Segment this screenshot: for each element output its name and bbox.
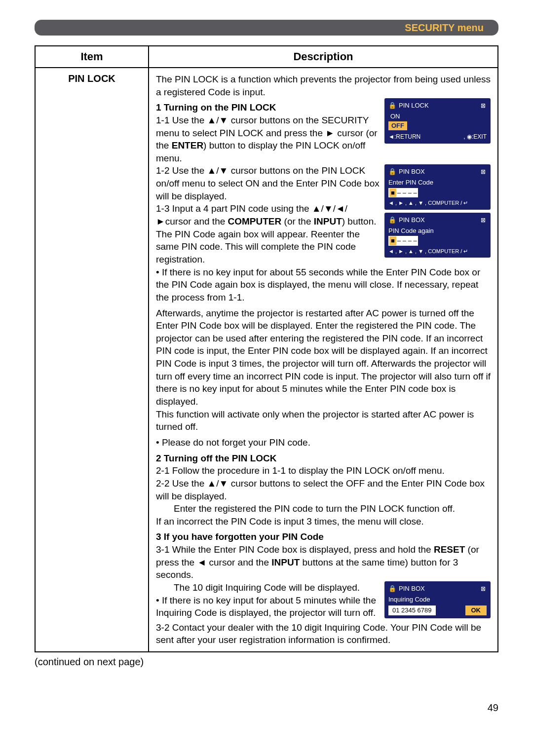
- osd-inquiring: 🔒PIN BOX ⊠ Inquiring Code 01 2345 6789 O…: [384, 581, 491, 618]
- desc-cell: The PIN LOCK is a function which prevent…: [149, 68, 498, 652]
- lock-icon: 🔒: [388, 101, 396, 110]
- osd-pinlock: 🔒PIN LOCK ⊠ ON OFF ◄:RETURN , ◉:EXIT: [384, 98, 491, 144]
- osd1-title: PIN LOCK: [399, 101, 429, 110]
- lock-icon: 🔒: [388, 216, 396, 225]
- osd4-sub: Inquiring Code: [388, 595, 487, 604]
- osd2-pins: – – – –: [397, 189, 417, 197]
- osd3-pins: – – – –: [397, 236, 417, 245]
- p32: 3-2 Contact your dealer with the 10 digi…: [156, 621, 491, 646]
- col-desc: Description: [149, 46, 498, 68]
- osd1-return: ◄:RETURN: [388, 133, 420, 141]
- osd2-sub: Enter PIN Code: [388, 178, 487, 187]
- bullet-nokey: • If there is no key input for about 55 …: [156, 266, 491, 304]
- osd4-title: PIN BOX: [399, 584, 425, 593]
- ac-note: This function will activate only when th…: [156, 408, 491, 433]
- osd3-sub: PIN Code again: [388, 227, 487, 235]
- lock-icon: ■: [389, 189, 396, 197]
- osd2-title: PIN BOX: [399, 167, 425, 176]
- p21: 2-1 Follow the procedure in 1-1 to displ…: [156, 464, 491, 477]
- osd1-exit: , ◉:EXIT: [463, 133, 487, 141]
- p31: 3-1 While the Enter PIN Code box is disp…: [156, 543, 491, 581]
- close-icon: ⊠: [480, 102, 487, 109]
- item-cell: PIN LOCK: [35, 68, 149, 652]
- page-number: 49: [35, 702, 498, 714]
- table-row: PIN LOCK The PIN LOCK is a function whic…: [35, 68, 498, 652]
- osd4-code: 01 2345 6789: [388, 605, 436, 615]
- main-table: Item Description PIN LOCK The PIN LOCK i…: [35, 45, 498, 652]
- continued-note: (continued on next page): [35, 656, 498, 668]
- osd1-off: OFF: [388, 121, 407, 130]
- osd-pinagain: 🔒PIN BOX ⊠ PIN Code again ■– – – – ◄ , ►…: [384, 213, 491, 258]
- p22: 2-2 Use the ▲/▼ cursor buttons to select…: [156, 477, 491, 502]
- close-icon: ⊠: [480, 217, 487, 224]
- osd4-ok: OK: [465, 605, 487, 615]
- osd3-ctrl: ◄ , ► , ▲ , ▼ , COMPUTER / ↵: [388, 248, 487, 255]
- table-head-row: Item Description: [35, 46, 498, 68]
- p22c: If an incorrect the PIN Code is input 3 …: [156, 515, 491, 528]
- osd-enterpin: 🔒PIN BOX ⊠ Enter PIN Code ■– – – – ◄ , ►…: [384, 164, 491, 209]
- sec3-head: 3 If you have forgotten your PIN Code: [156, 530, 491, 543]
- lock-icon: 🔒: [388, 167, 396, 176]
- lock-icon: 🔒: [388, 584, 396, 593]
- col-item: Item: [35, 46, 149, 68]
- after-para: Afterwards, anytime the projector is res…: [156, 307, 491, 408]
- close-icon: ⊠: [480, 585, 487, 592]
- osd1-on: ON: [388, 112, 487, 121]
- header-bar: SECURITY menu: [35, 20, 498, 36]
- sec2-head: 2 Turning off the PIN LOCK: [156, 452, 491, 465]
- p22b: Enter the registered the PIN code to tur…: [156, 502, 491, 515]
- close-icon: ⊠: [480, 168, 487, 175]
- forget-note: • Please do not forget your PIN code.: [156, 436, 491, 449]
- osd3-title: PIN BOX: [399, 216, 425, 225]
- breadcrumb: SECURITY menu: [405, 22, 484, 34]
- intro-text: The PIN LOCK is a function which prevent…: [156, 73, 491, 98]
- lock-icon: ■: [389, 236, 396, 245]
- osd2-ctrl: ◄ , ► , ▲ , ▼ , COMPUTER / ↵: [388, 199, 487, 207]
